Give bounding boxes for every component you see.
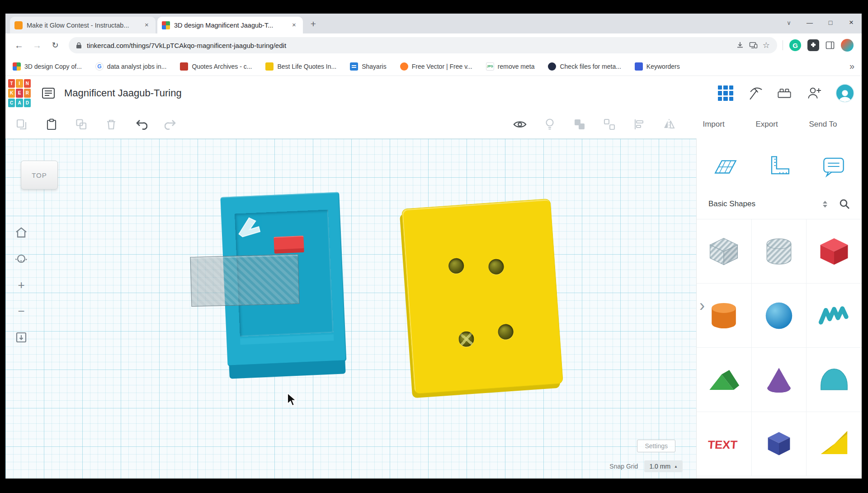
minecraft-pickaxe-icon[interactable] xyxy=(746,85,763,102)
delete-icon[interactable] xyxy=(104,117,118,132)
zoom-out-icon[interactable]: − xyxy=(14,304,28,318)
ruler-tool-icon[interactable] xyxy=(768,155,792,180)
grammarly-extension-icon[interactable]: G xyxy=(789,39,801,51)
design-menu-icon[interactable] xyxy=(42,87,55,99)
export-button[interactable]: Export xyxy=(751,117,782,132)
shape-cylinder[interactable] xyxy=(697,284,752,348)
viewport-canvas[interactable]: TOP + − xyxy=(5,138,696,479)
side-panel-icon[interactable] xyxy=(826,41,835,49)
tab-close-icon[interactable]: × xyxy=(290,21,298,29)
mirror-icon[interactable] xyxy=(662,117,676,132)
reload-button[interactable]: ↻ xyxy=(47,37,63,53)
group-icon[interactable] xyxy=(572,117,587,132)
lock-icon xyxy=(76,42,82,49)
shape-text[interactable]: TEXT xyxy=(697,412,752,476)
plate-hole xyxy=(488,259,504,275)
import-button[interactable]: Import xyxy=(698,117,729,132)
search-shapes-icon[interactable] xyxy=(839,199,850,209)
logo-cell: D xyxy=(24,99,31,107)
invite-person-icon[interactable] xyxy=(806,85,823,102)
shape-wedge[interactable] xyxy=(807,412,862,476)
duplicate-icon[interactable] xyxy=(74,117,89,132)
zoom-in-icon[interactable]: + xyxy=(14,278,28,292)
white-arrow-object[interactable] xyxy=(235,213,264,242)
tab-close-icon[interactable]: × xyxy=(142,21,151,29)
show-all-eye-icon[interactable] xyxy=(513,117,527,132)
redo-icon[interactable] xyxy=(164,117,178,132)
tab-title: Make it Glow Contest - Instructab... xyxy=(27,22,138,29)
extension-icon[interactable] xyxy=(807,39,819,51)
dashboard-grid-icon[interactable] xyxy=(718,85,733,101)
bookmark-favicon xyxy=(400,62,408,71)
fit-view-icon[interactable] xyxy=(14,331,28,344)
edit-toolbar: Import Export Send To xyxy=(5,110,862,138)
tab-search-caret-icon[interactable]: ∨ xyxy=(778,14,799,32)
bookmark-item[interactable]: 3D design Copy of... xyxy=(13,62,82,71)
shape-hole-box[interactable] xyxy=(697,219,752,284)
view-cube[interactable]: TOP xyxy=(21,161,58,190)
shape-category-select[interactable]: Basic Shapes xyxy=(708,199,817,209)
bookmark-item[interactable]: Keyworders xyxy=(635,62,680,71)
shape-cone[interactable] xyxy=(752,348,807,412)
object-tools xyxy=(513,117,676,132)
back-button[interactable]: ← xyxy=(11,37,27,53)
omnibox[interactable]: tinkercad.com/things/7VkLpTCAkqo-magnifi… xyxy=(69,37,777,53)
copy-icon[interactable] xyxy=(14,117,29,132)
gray-hole-box-object[interactable] xyxy=(190,254,300,307)
red-box-object[interactable] xyxy=(274,236,304,254)
shape-polygon[interactable] xyxy=(752,412,807,476)
bookmark-item[interactable]: JPG remove meta xyxy=(486,62,535,71)
bookmark-item[interactable]: Shayaris xyxy=(350,62,386,71)
bookmark-item[interactable]: Best Life Quotes In... xyxy=(265,62,336,71)
shape-round-roof[interactable] xyxy=(807,348,862,412)
user-avatar[interactable] xyxy=(835,84,854,103)
tinkercad-logo[interactable]: T I N K E R C A D xyxy=(7,78,32,108)
paste-icon[interactable] xyxy=(44,117,59,132)
bookmark-item[interactable]: G data analyst jobs in... xyxy=(95,62,167,71)
yellow-plate-object[interactable] xyxy=(401,199,563,394)
bookmark-label: data analyst jobs in... xyxy=(107,63,167,70)
shape-box[interactable] xyxy=(807,219,862,284)
send-to-button[interactable]: Send To xyxy=(804,117,841,132)
browser-tab-instructables[interactable]: Make it Glow Contest - Instructab... × xyxy=(10,17,156,33)
snap-grid-label: Snap Grid xyxy=(609,463,638,470)
align-icon[interactable] xyxy=(632,117,646,132)
window-maximize-button[interactable]: □ xyxy=(820,14,841,32)
home-view-icon[interactable] xyxy=(14,226,28,239)
brick-lego-icon[interactable] xyxy=(776,85,793,102)
bookmark-item[interactable]: Check files for meta... xyxy=(548,62,621,71)
shape-category-row: Basic Shapes xyxy=(697,189,862,219)
notes-tool-icon[interactable] xyxy=(821,155,846,180)
new-tab-button[interactable]: + xyxy=(307,18,320,31)
design-title[interactable]: Magnificent Jaagub-Turing xyxy=(64,87,182,99)
shape-sphere[interactable] xyxy=(752,284,807,348)
workplane-tool-icon[interactable] xyxy=(712,155,738,180)
send-to-device-icon[interactable] xyxy=(749,42,758,49)
shapes-sidebar: › Basic Shapes xyxy=(696,138,862,479)
bookmark-label: remove meta xyxy=(498,63,535,70)
orbit-view-icon[interactable] xyxy=(14,252,28,265)
address-bar: ← → ↻ tinkercad.com/things/7VkLpTCAkqo-m… xyxy=(5,33,862,57)
snap-grid-dropdown[interactable]: 1.0 mm ▲ xyxy=(644,460,683,472)
shape-scribble[interactable] xyxy=(807,284,862,348)
window-minimize-button[interactable]: — xyxy=(799,14,820,32)
sidebar-collapse-icon[interactable]: › xyxy=(699,298,705,314)
category-stepper-icon[interactable] xyxy=(823,201,827,208)
settings-button[interactable]: Settings xyxy=(637,440,675,452)
browser-tab-tinkercad[interactable]: 3D design Magnificent Jaagub-T... × xyxy=(157,17,303,33)
shape-roof[interactable] xyxy=(697,348,752,412)
ungroup-icon[interactable] xyxy=(602,117,617,132)
bookmarks-overflow-icon[interactable]: » xyxy=(849,61,854,71)
download-icon[interactable] xyxy=(736,41,744,49)
bookmark-item[interactable]: Quotes Archives - c... xyxy=(180,62,252,71)
material-bulb-icon[interactable] xyxy=(542,117,557,132)
browser-profile-avatar[interactable] xyxy=(841,39,854,52)
workspace: TOP + − xyxy=(5,138,862,479)
bookmark-star-icon[interactable]: ☆ xyxy=(763,40,770,50)
window-close-button[interactable]: × xyxy=(841,14,862,32)
bookmark-item[interactable]: Free Vector | Free v... xyxy=(400,62,472,71)
forward-button[interactable]: → xyxy=(29,37,45,53)
shape-hole-cylinder[interactable] xyxy=(752,219,807,284)
undo-icon[interactable] xyxy=(134,117,148,132)
tinkercad-app: T I N K E R C A D Magnificent Jaagub-Tur… xyxy=(5,76,862,479)
